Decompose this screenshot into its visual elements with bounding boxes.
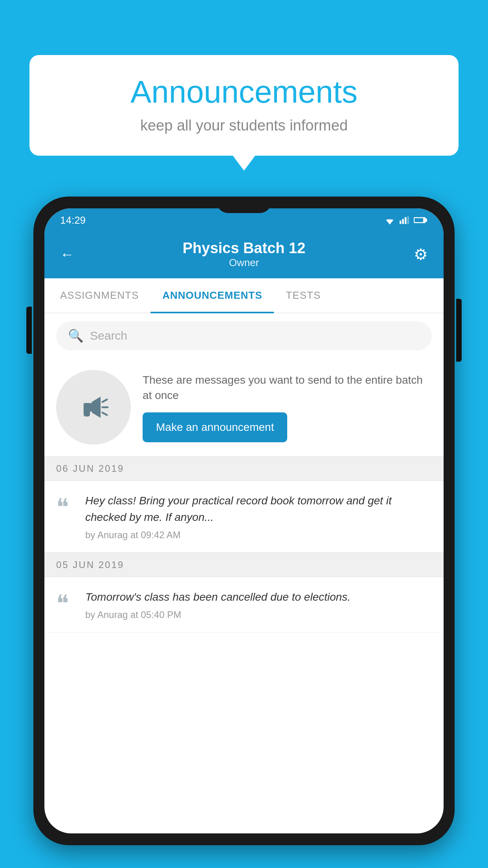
promo-content: These are messages you want to send to t… [143,372,432,442]
svg-rect-2 [400,221,401,224]
tabs-container: ASSIGNMENTS ANNOUNCEMENTS TESTS [44,278,444,313]
phone-notch [216,197,272,213]
back-button[interactable]: ← [60,246,74,263]
svg-rect-8 [415,218,423,222]
announcement-content-1: Hey class! Bring your practical record b… [85,493,432,541]
svg-line-10 [103,399,107,402]
speech-bubble-title: Announcements [53,75,435,109]
promo-description: These are messages you want to send to t… [143,372,432,403]
make-announcement-button[interactable]: Make an announcement [143,412,287,442]
speech-bubble-section: Announcements keep all your students inf… [29,55,459,156]
speech-bubble: Announcements keep all your students inf… [29,55,459,156]
svg-rect-5 [407,216,409,224]
tab-assignments[interactable]: ASSIGNMENTS [48,278,150,313]
svg-rect-4 [405,217,406,224]
tab-tests[interactable]: TESTS [274,278,332,313]
quote-icon-1: ❝ [56,493,76,519]
phone-outer: 14:29 [33,197,455,845]
date-divider-1: 06 JUN 2019 [44,456,444,481]
battery-icon [414,215,428,225]
announcement-item-2: ❝ Tomorrow's class has been cancelled du… [44,577,444,633]
wifi-icon [384,215,396,225]
header-title: Physics Batch 12 [74,240,414,257]
content-area: 🔍 Search [44,313,444,633]
search-icon: 🔍 [68,328,84,343]
search-input-wrapper[interactable]: 🔍 Search [56,321,432,350]
date-divider-2: 05 JUN 2019 [44,553,444,577]
status-icons [384,215,428,225]
speech-bubble-subtitle: keep all your students informed [53,117,435,134]
announcement-text-1: Hey class! Bring your practical record b… [85,493,432,526]
svg-rect-7 [426,219,427,222]
announcement-content-2: Tomorrow's class has been cancelled due … [85,589,432,620]
search-container: 🔍 Search [44,313,444,358]
signal-icon [400,215,410,225]
search-placeholder: Search [90,329,127,342]
announcement-meta-2: by Anurag at 05:40 PM [85,609,432,620]
phone-screen: 14:29 [44,208,444,833]
announcement-text-2: Tomorrow's class has been cancelled due … [85,589,432,605]
svg-rect-3 [402,219,404,224]
status-time: 14:29 [60,214,86,226]
promo-card: These are messages you want to send to t… [44,358,444,456]
header-subtitle: Owner [74,257,414,269]
megaphone-icon [76,390,111,425]
app-header: ← Physics Batch 12 Owner ⚙ [44,232,444,278]
promo-icon-circle [56,370,131,445]
svg-line-12 [103,413,107,415]
announcement-item-1: ❝ Hey class! Bring your practical record… [44,481,444,553]
header-title-container: Physics Batch 12 Owner [74,240,414,269]
phone-container: 14:29 [33,197,455,868]
quote-icon-2: ❝ [56,589,76,616]
tab-announcements[interactable]: ANNOUNCEMENTS [150,278,274,313]
announcement-meta-1: by Anurag at 09:42 AM [85,530,432,541]
settings-icon[interactable]: ⚙ [414,245,428,263]
